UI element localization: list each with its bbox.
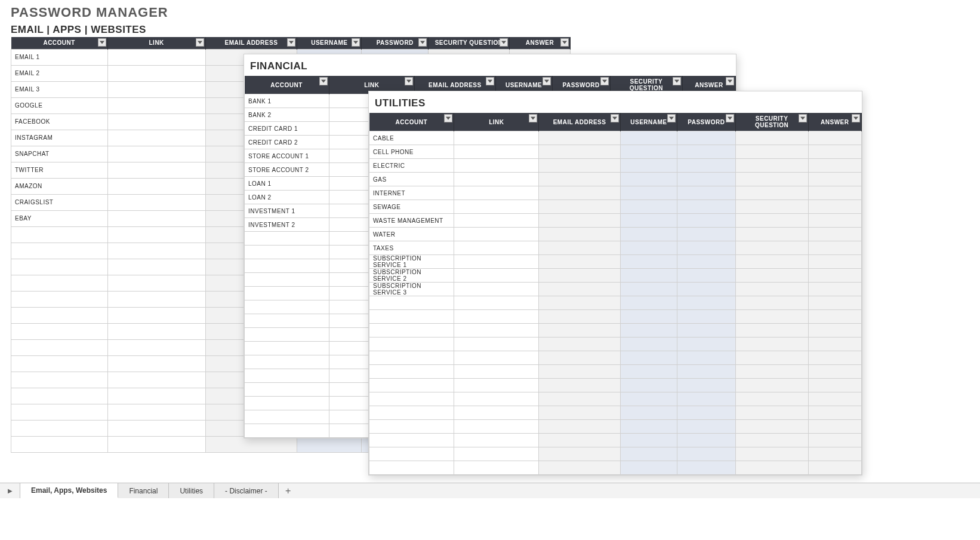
data-cell[interactable] <box>677 131 736 145</box>
data-cell[interactable] <box>454 173 539 186</box>
account-cell[interactable] <box>11 307 108 323</box>
data-cell[interactable] <box>808 200 861 214</box>
data-cell[interactable] <box>620 406 677 420</box>
data-cell[interactable] <box>107 259 205 275</box>
filter-dropdown-icon[interactable] <box>319 77 328 85</box>
account-cell[interactable] <box>11 355 108 372</box>
filter-dropdown-icon[interactable] <box>529 114 537 122</box>
data-cell[interactable] <box>539 173 620 186</box>
account-cell[interactable]: FACEBOOK <box>11 113 108 130</box>
data-cell[interactable] <box>107 243 205 259</box>
data-cell[interactable] <box>107 210 205 226</box>
data-cell[interactable] <box>620 255 677 269</box>
data-cell[interactable] <box>808 310 861 324</box>
data-cell[interactable] <box>677 406 736 420</box>
filter-dropdown-icon[interactable] <box>486 77 494 85</box>
column-header[interactable]: USERNAME <box>620 113 677 131</box>
data-cell[interactable] <box>735 200 808 214</box>
data-cell[interactable] <box>107 436 205 452</box>
data-cell[interactable] <box>735 186 808 200</box>
data-cell[interactable] <box>539 228 620 241</box>
account-cell[interactable] <box>11 404 108 420</box>
data-cell[interactable] <box>620 173 677 186</box>
account-cell[interactable]: EBAY <box>11 210 108 226</box>
column-header[interactable]: LINK <box>107 37 205 49</box>
account-cell[interactable] <box>245 355 329 369</box>
account-cell[interactable]: SEWAGE <box>369 200 454 214</box>
data-cell[interactable] <box>677 365 736 379</box>
data-cell[interactable] <box>808 269 861 283</box>
data-cell[interactable] <box>539 351 620 365</box>
account-cell[interactable] <box>369 338 454 351</box>
account-cell[interactable]: SUBSCRIPTION SERVICE 1 <box>369 255 454 269</box>
data-cell[interactable] <box>454 145 539 159</box>
account-cell[interactable] <box>11 388 108 404</box>
account-cell[interactable]: SNAPCHAT <box>11 146 108 162</box>
data-cell[interactable] <box>539 269 620 283</box>
data-cell[interactable] <box>454 310 539 324</box>
data-cell[interactable] <box>808 461 861 475</box>
data-cell[interactable] <box>677 420 736 434</box>
data-cell[interactable] <box>677 255 736 269</box>
data-cell[interactable] <box>735 420 808 434</box>
data-cell[interactable] <box>735 296 808 310</box>
data-cell[interactable] <box>454 159 539 173</box>
account-cell[interactable]: WASTE MANAGEMENT <box>369 214 454 228</box>
data-cell[interactable] <box>539 186 620 200</box>
data-cell[interactable] <box>808 241 861 255</box>
data-cell[interactable] <box>620 310 677 324</box>
data-cell[interactable] <box>735 461 808 475</box>
data-cell[interactable] <box>808 186 861 200</box>
data-cell[interactable] <box>539 379 620 392</box>
filter-dropdown-icon[interactable] <box>287 38 295 47</box>
data-cell[interactable] <box>808 379 861 392</box>
data-cell[interactable] <box>677 324 736 338</box>
data-cell[interactable] <box>620 283 677 296</box>
data-cell[interactable] <box>735 159 808 173</box>
account-cell[interactable] <box>11 226 108 243</box>
data-cell[interactable] <box>620 392 677 406</box>
account-cell[interactable]: CELL PHONE <box>369 145 454 159</box>
data-cell[interactable] <box>677 283 736 296</box>
account-cell[interactable] <box>369 406 454 420</box>
data-cell[interactable] <box>454 461 539 475</box>
data-cell[interactable] <box>735 241 808 255</box>
account-cell[interactable] <box>11 436 108 452</box>
data-cell[interactable] <box>677 200 736 214</box>
account-cell[interactable] <box>369 351 454 365</box>
data-cell[interactable] <box>107 404 205 420</box>
data-cell[interactable] <box>808 392 861 406</box>
account-cell[interactable] <box>245 342 329 355</box>
filter-dropdown-icon[interactable] <box>673 77 681 85</box>
account-cell[interactable]: WATER <box>369 228 454 241</box>
data-cell[interactable] <box>454 200 539 214</box>
filter-dropdown-icon[interactable] <box>543 77 551 85</box>
data-cell[interactable] <box>539 241 620 255</box>
data-cell[interactable] <box>808 214 861 228</box>
data-cell[interactable] <box>454 296 539 310</box>
data-cell[interactable] <box>620 461 677 475</box>
data-cell[interactable] <box>735 365 808 379</box>
data-cell[interactable] <box>620 159 677 173</box>
account-cell[interactable]: STORE ACCOUNT 1 <box>245 149 329 163</box>
filter-dropdown-icon[interactable] <box>611 114 619 122</box>
filter-dropdown-icon[interactable] <box>196 38 204 47</box>
account-cell[interactable]: BANK 2 <box>245 108 329 122</box>
account-cell[interactable] <box>245 273 329 287</box>
filter-dropdown-icon[interactable] <box>852 114 860 122</box>
data-cell[interactable] <box>808 434 861 447</box>
account-cell[interactable] <box>369 324 454 338</box>
data-cell[interactable] <box>454 365 539 379</box>
data-cell[interactable] <box>808 173 861 186</box>
account-cell[interactable]: CREDIT CARD 2 <box>245 136 329 149</box>
account-cell[interactable] <box>369 310 454 324</box>
data-cell[interactable] <box>620 200 677 214</box>
data-cell[interactable] <box>735 434 808 447</box>
account-cell[interactable] <box>369 447 454 461</box>
column-header[interactable]: PASSWORD <box>677 113 736 131</box>
data-cell[interactable] <box>620 420 677 434</box>
account-cell[interactable]: LOAN 1 <box>245 177 329 191</box>
data-cell[interactable] <box>454 338 539 351</box>
column-header[interactable]: PASSWORD <box>362 37 429 49</box>
data-cell[interactable] <box>677 186 736 200</box>
